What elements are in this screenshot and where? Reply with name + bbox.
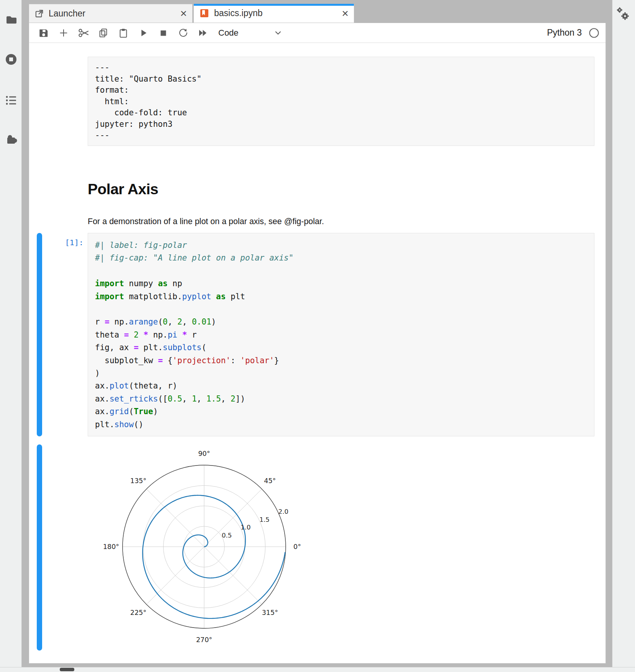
- save-icon: [38, 28, 49, 38]
- restart-run-all-button[interactable]: [193, 25, 213, 41]
- scissors-icon: [78, 27, 89, 39]
- copy-icon: [98, 28, 109, 38]
- status-bar-item: [60, 668, 74, 671]
- svg-text:180°: 180°: [103, 543, 119, 551]
- svg-text:225°: 225°: [130, 609, 146, 616]
- markdown-paragraph: For a demonstration of a line plot on a …: [88, 217, 324, 226]
- fast-forward-icon: [197, 27, 209, 39]
- run-cell-button[interactable]: [133, 25, 153, 41]
- execution-prompt: [1]:: [41, 238, 83, 247]
- insert-cell-button[interactable]: [54, 25, 74, 41]
- right-side-strip: [612, 0, 635, 672]
- copy-cells-button[interactable]: [93, 25, 113, 41]
- output-collapser[interactable]: [37, 444, 42, 651]
- restart-kernel-button[interactable]: [173, 25, 193, 41]
- code-cell-editor[interactable]: #| label: fig-polar#| fig-cap: "A line p…: [88, 233, 594, 436]
- paste-cells-button[interactable]: [113, 25, 133, 41]
- svg-text:1.5: 1.5: [259, 516, 269, 523]
- svg-text:0°: 0°: [293, 543, 301, 551]
- svg-text:2.0: 2.0: [278, 508, 288, 515]
- notebook-panel: Code Python 3 ---title: "Quarto Basics"f…: [29, 23, 606, 664]
- svg-text:315°: 315°: [262, 609, 278, 616]
- table-of-contents-button[interactable]: [5, 94, 18, 107]
- tab-launcher-label: Launcher: [49, 8, 85, 19]
- list-icon: [5, 94, 18, 107]
- raw-yaml-cell[interactable]: ---title: "Quarto Basics"format: html: c…: [88, 57, 594, 146]
- puzzle-icon: [5, 133, 18, 146]
- file-browser-button[interactable]: [5, 13, 18, 26]
- svg-text:45°: 45°: [264, 477, 276, 485]
- notebook-toolbar: Code Python 3: [29, 23, 606, 43]
- kernel-status-icon: [589, 28, 599, 38]
- folder-icon: [5, 13, 17, 26]
- markdown-heading: Polar Axis: [88, 181, 158, 198]
- tab-launcher[interactable]: Launcher ×: [29, 4, 193, 23]
- tab-notebook-close-icon[interactable]: ×: [342, 8, 349, 19]
- extensions-button[interactable]: [5, 133, 18, 146]
- notebook-file-icon: [199, 8, 209, 18]
- kernel-name[interactable]: Python 3: [547, 28, 582, 38]
- interrupt-kernel-button[interactable]: [153, 25, 173, 41]
- tab-notebook-label: basics.ipynb: [214, 8, 263, 18]
- status-bar: [0, 667, 635, 672]
- svg-text:1.0: 1.0: [241, 524, 250, 531]
- settings-gears-icon[interactable]: [614, 6, 632, 24]
- cut-cells-button[interactable]: [74, 25, 93, 41]
- clipboard-icon: [118, 28, 129, 38]
- cell-type-value: Code: [218, 28, 239, 38]
- main-dock-panel: Launcher × basics.ipynb ×: [29, 4, 606, 664]
- stop-icon: [158, 28, 169, 38]
- notebook-content: ---title: "Quarto Basics"format: html: c…: [29, 43, 606, 663]
- active-tab-accent: [194, 4, 354, 6]
- plus-icon: [58, 28, 69, 38]
- stop-circle-icon: [5, 53, 18, 66]
- tab-notebook[interactable]: basics.ipynb ×: [193, 4, 354, 23]
- chevron-down-icon: [274, 29, 282, 37]
- cell-type-dropdown[interactable]: Code: [218, 28, 282, 38]
- save-button[interactable]: [34, 25, 54, 41]
- launcher-icon: [34, 9, 44, 18]
- input-collapser[interactable]: [37, 233, 42, 436]
- svg-text:270°: 270°: [196, 636, 212, 644]
- tab-launcher-close-icon[interactable]: ×: [180, 8, 187, 19]
- svg-text:90°: 90°: [198, 450, 210, 457]
- left-activity-bar: [0, 0, 22, 672]
- tab-bar: Launcher × basics.ipynb ×: [29, 4, 606, 23]
- svg-text:0.5: 0.5: [222, 532, 232, 539]
- svg-text:135°: 135°: [130, 477, 146, 485]
- run-icon: [138, 28, 149, 38]
- running-sessions-button[interactable]: [5, 53, 18, 66]
- restart-icon: [178, 28, 188, 38]
- polar-plot-output: 0°45°90°135°180°225°270°315°0.51.01.52.0: [89, 446, 319, 646]
